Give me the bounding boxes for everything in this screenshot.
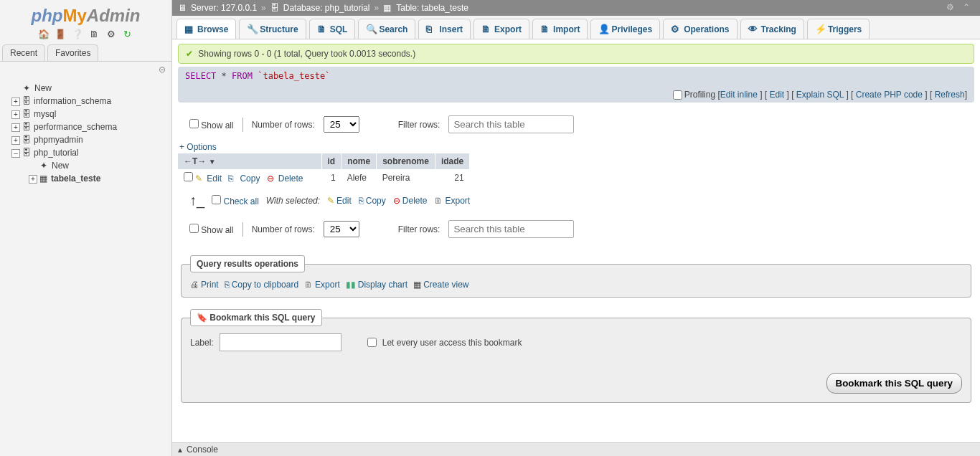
cell-idade: 21 <box>435 169 469 186</box>
logout-icon[interactable]: 🚪 <box>55 29 66 40</box>
sort-icon[interactable]: ▼ <box>209 158 216 166</box>
bookmark-icon: 🔖 <box>197 313 207 323</box>
tab-icon: 🗎 <box>317 24 327 34</box>
qro-view[interactable]: ▦Create view <box>413 280 468 290</box>
toggle-icon[interactable]: + <box>11 110 20 119</box>
gear-icon[interactable]: ⚙ <box>946 2 958 14</box>
console-bar[interactable]: ▲ Console <box>172 442 980 456</box>
toggle-icon[interactable]: + <box>11 98 20 106</box>
home-icon[interactable]: 🏠 <box>38 29 50 40</box>
tree-label: tabela_teste <box>51 174 100 184</box>
sel-export[interactable]: 🗎Export <box>434 196 470 206</box>
sql-icon[interactable]: 🗎 <box>88 29 100 40</box>
tree-node[interactable]: +🗄performance_schema <box>4 120 171 133</box>
sel-copy[interactable]: ⎘Copy <box>359 196 386 206</box>
sel-edit[interactable]: ✎Edit <box>327 196 352 206</box>
tab-sql[interactable]: 🗎SQL <box>309 19 356 39</box>
tab-icon: 🔧 <box>247 24 257 34</box>
docs-icon[interactable]: ❔ <box>72 29 83 40</box>
tree-label: performance_schema <box>34 122 117 132</box>
collapse-icon[interactable]: ⊝ <box>0 62 171 77</box>
tree-node[interactable]: +🗄mysql <box>4 108 171 120</box>
profiling-checkbox[interactable] <box>673 90 682 100</box>
bookmark-everyone-checkbox[interactable] <box>367 338 377 347</box>
crumb-server[interactable]: Server: 127.0.0.1 <box>191 3 257 13</box>
qro-chart[interactable]: ▮▮Display chart <box>346 280 407 290</box>
tree-label: information_schema <box>34 96 111 106</box>
bookmark-fieldset: 🔖 Bookmark this SQL query Label: Let eve… <box>181 309 971 403</box>
link-create-php[interactable]: Create PHP code <box>856 90 923 100</box>
col-id[interactable]: id <box>321 153 341 169</box>
tab-favorites[interactable]: Favorites <box>47 44 98 61</box>
tree-node[interactable]: –🗄php_tutorial <box>4 146 171 159</box>
qro-copy[interactable]: ⎘Copy to clipboard <box>225 280 298 290</box>
num-rows-select[interactable]: 25 <box>324 116 359 133</box>
check-all-link[interactable]: Check all <box>223 196 258 206</box>
tree-label: phpmyadmin <box>34 135 83 145</box>
tab-icon: 🗎 <box>481 24 491 34</box>
qro-print[interactable]: 🖨Print <box>190 280 219 290</box>
print-icon: 🖨 <box>190 280 199 290</box>
tab-export[interactable]: 🗎Export <box>473 19 529 39</box>
tab-import[interactable]: 🗎Import <box>532 19 588 39</box>
results-table: ←T→ ▼ id nome sobrenome idade ✎Edit ⎘Cop… <box>178 153 470 186</box>
link-edit-inline[interactable]: Edit inline <box>720 90 758 100</box>
tree-node[interactable]: ✦New <box>4 82 171 95</box>
options-link[interactable]: + Options <box>179 142 974 152</box>
tab-search[interactable]: 🔍Search <box>358 19 415 39</box>
db-icon: 🗄 <box>22 122 32 132</box>
num-rows-select[interactable]: 25 <box>324 221 359 237</box>
tab-icon: 🗎 <box>540 24 550 34</box>
sidebar: phpMyAdmin 🏠 🚪 ❔ 🗎 ⚙ ↻ Recent Favorites … <box>0 0 172 456</box>
link-refresh[interactable]: Refresh <box>935 90 965 100</box>
tree-node[interactable]: ✦New <box>4 159 171 172</box>
bookmark-label-input[interactable] <box>220 333 341 351</box>
qro-export[interactable]: 🗎Export <box>304 280 340 290</box>
link-edit[interactable]: Edit <box>769 90 784 100</box>
col-nome[interactable]: nome <box>341 153 377 169</box>
show-all-checkbox[interactable] <box>189 224 199 233</box>
with-selected: ↑_ Check all With selected: ✎Edit ⎘Copy … <box>178 186 974 214</box>
tab-tracking[interactable]: 👁Tracking <box>740 19 804 39</box>
reload-icon[interactable]: ↻ <box>122 29 133 40</box>
row-copy[interactable]: ⎘Copy <box>228 174 260 184</box>
toggle-icon[interactable]: + <box>11 123 20 132</box>
collapse-up-icon[interactable]: ⌃ <box>963 2 974 14</box>
row-edit[interactable]: ✎Edit <box>195 174 222 184</box>
check-all-checkbox[interactable] <box>212 195 221 204</box>
show-all-checkbox[interactable] <box>189 119 199 128</box>
tab-recent[interactable]: Recent <box>2 44 45 61</box>
filter-bar-bottom: Show all Number of rows: 25 Filter rows: <box>178 214 974 244</box>
col-sobrenome[interactable]: sobrenome <box>377 153 435 169</box>
console-toggle-icon[interactable]: ▲ <box>176 446 184 454</box>
sel-delete[interactable]: ⊖Delete <box>393 196 428 206</box>
logo[interactable]: phpMyAdmin <box>0 0 171 27</box>
tab-structure[interactable]: 🔧Structure <box>239 19 306 39</box>
tree-node[interactable]: +▦tabela_teste <box>4 172 171 185</box>
tab-triggers[interactable]: ⚡Triggers <box>807 19 870 39</box>
row-checkbox[interactable] <box>184 172 193 181</box>
crumb-database[interactable]: Database: php_tutorial <box>283 3 370 13</box>
export-icon: 🗎 <box>434 196 443 206</box>
bookmark-button[interactable]: Bookmark this SQL query <box>826 373 962 394</box>
tree-node[interactable]: +🗄information_schema <box>4 95 171 108</box>
tab-operations[interactable]: ⚙Operations <box>663 19 737 39</box>
toggle-icon[interactable]: + <box>29 175 37 184</box>
row-delete[interactable]: ⊖Delete <box>267 174 303 184</box>
tab-privileges[interactable]: 👤Privileges <box>590 19 660 39</box>
gear-icon[interactable]: ⚙ <box>105 29 117 40</box>
tree-node[interactable]: +🗄phpmyadmin <box>4 133 171 146</box>
db-icon: ✦ <box>40 161 50 171</box>
col-idade[interactable]: idade <box>435 153 469 169</box>
tab-browse[interactable]: ▦Browse <box>176 19 236 39</box>
tab-insert[interactable]: ⎘Insert <box>418 19 471 39</box>
filter-input[interactable] <box>448 115 574 133</box>
arrow-up-icon: ↑_ <box>189 192 204 209</box>
toggle-icon[interactable]: – <box>11 149 20 158</box>
link-explain[interactable]: Explain SQL <box>796 90 844 100</box>
tab-icon: 👤 <box>598 24 608 34</box>
toggle-icon[interactable]: + <box>11 136 20 145</box>
filter-input[interactable] <box>448 220 574 238</box>
main-tabs: ▦Browse🔧Structure🗎SQL🔍Search⎘Insert🗎Expo… <box>172 16 980 39</box>
crumb-table[interactable]: Table: tabela_teste <box>396 3 468 13</box>
